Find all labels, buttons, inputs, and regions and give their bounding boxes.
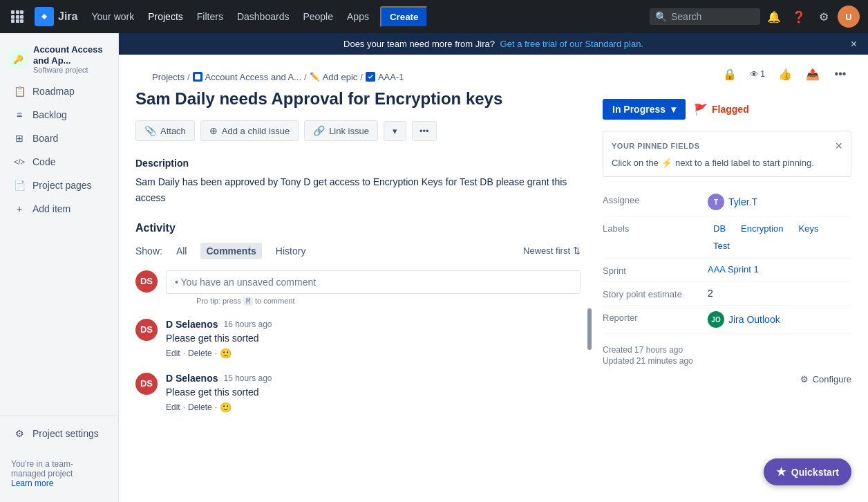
tab-comments[interactable]: Comments: [200, 243, 261, 259]
assignee-name[interactable]: Tyler.T: [728, 196, 757, 207]
sidebar-item-board[interactable]: ⊞ Board: [0, 127, 118, 150]
breadcrumb-project-name[interactable]: Account Access and A...: [205, 72, 301, 82]
sidebar-item-project-settings[interactable]: ⚙ Project settings: [0, 422, 118, 445]
expand-button[interactable]: ▾: [384, 121, 406, 141]
settings-nav-icon: ⚙: [13, 427, 26, 440]
thumbs-up-icon[interactable]: 👍: [774, 63, 796, 85]
create-button[interactable]: Create: [380, 6, 428, 28]
settings-label: Project settings: [32, 428, 99, 439]
learn-more-link[interactable]: Learn more: [11, 478, 53, 488]
breadcrumb-projects[interactable]: Projects: [152, 72, 185, 82]
m-key: M: [243, 297, 253, 306]
edit-comment-1[interactable]: Edit: [166, 348, 180, 358]
label-keys[interactable]: Keys: [793, 222, 824, 235]
nav-dashboards[interactable]: Dashboards: [232, 8, 295, 25]
sidebar-item-add-item[interactable]: + Add item: [0, 197, 118, 221]
roadmap-icon: 📋: [13, 85, 26, 97]
scrollbar-track[interactable]: [587, 151, 592, 413]
story-point-value[interactable]: 2: [708, 288, 713, 299]
activity-section: Activity Show: All Comments History Newe…: [135, 222, 581, 413]
main-content: Does your team need more from Jira? Get …: [119, 33, 868, 502]
breadcrumb: Projects / Account Access and A... / ✏️ …: [135, 64, 421, 85]
ellipsis-icon: •••: [419, 126, 429, 136]
lock-icon[interactable]: 🔒: [719, 63, 741, 85]
assignee-row: Assignee T Tyler.T: [603, 188, 851, 216]
add-icon: +: [13, 203, 26, 215]
label-encryption[interactable]: Encryption: [735, 222, 789, 235]
attach-button[interactable]: 📎 Attach: [135, 120, 195, 141]
sort-button[interactable]: Newest first ⇅: [523, 245, 581, 256]
delete-comment-1[interactable]: Delete: [188, 348, 212, 358]
watch-icon[interactable]: 👁 1: [746, 63, 768, 85]
nav-people[interactable]: People: [297, 8, 339, 25]
breadcrumb-epic[interactable]: Add epic: [323, 72, 358, 82]
flagged-button[interactable]: 🚩 Flagged: [694, 103, 749, 116]
assignee-label: Assignee: [603, 194, 699, 205]
quickstart-button[interactable]: ★ Quickstart: [764, 458, 851, 485]
sidebar-item-roadmap[interactable]: 📋 Roadmap: [0, 80, 118, 103]
board-label: Board: [32, 133, 58, 144]
status-chevron-icon: ▾: [671, 104, 676, 115]
help-icon[interactable]: ❓: [788, 6, 810, 28]
settings-icon[interactable]: ⚙: [813, 6, 835, 28]
share-icon[interactable]: 📤: [802, 63, 824, 85]
svg-rect-5: [20, 15, 23, 19]
emoji-reaction-2[interactable]: 🙂: [220, 402, 232, 413]
issue-layout: Sam Daily needs Approval for Encryption …: [119, 88, 868, 443]
nav-your-work[interactable]: Your work: [86, 8, 140, 25]
label-db[interactable]: DB: [708, 222, 731, 235]
delete-comment-2[interactable]: Delete: [188, 402, 212, 412]
svg-rect-7: [16, 19, 19, 23]
sprint-value[interactable]: AAA Sprint 1: [708, 264, 759, 275]
pinned-close-icon[interactable]: ×: [835, 140, 842, 152]
gear-configure-icon: ⚙: [800, 374, 809, 384]
label-test[interactable]: Test: [708, 239, 735, 252]
status-button[interactable]: In Progress ▾: [603, 99, 686, 120]
top-navigation: Jira Your work Projects Filters Dashboar…: [0, 0, 868, 33]
notifications-icon[interactable]: 🔔: [763, 6, 785, 28]
comment-author-2: D Selaenos: [166, 373, 218, 384]
sidebar-item-project-pages[interactable]: 📄 Project pages: [0, 174, 118, 197]
svg-rect-4: [16, 15, 19, 19]
more-button[interactable]: •••: [412, 121, 437, 141]
tab-all[interactable]: All: [171, 243, 193, 259]
add-child-issue-button[interactable]: ⊕ Add a child issue: [200, 120, 299, 141]
story-point-row: Story point estimate 2: [603, 282, 851, 306]
ticket-icon: [366, 72, 375, 82]
svg-rect-3: [11, 15, 15, 19]
svg-rect-2: [20, 10, 23, 14]
board-icon: ⊞: [13, 132, 26, 145]
edit-comment-2[interactable]: Edit: [166, 402, 180, 412]
created-time: Created 17 hours ago: [603, 345, 851, 355]
nav-projects[interactable]: Projects: [142, 8, 189, 25]
emoji-reaction-1[interactable]: 🙂: [220, 348, 232, 359]
apps-grid-icon[interactable]: [8, 8, 26, 26]
configure-button[interactable]: ⚙ Configure: [800, 374, 851, 384]
comment-item-2: DS D Selaenos 15 hours ago Please get th…: [135, 373, 581, 413]
issue-main: Sam Daily needs Approval for Encryption …: [135, 88, 603, 427]
banner-close-icon[interactable]: ×: [851, 38, 857, 50]
sidebar-item-code[interactable]: </> Code: [0, 150, 118, 174]
nav-apps[interactable]: Apps: [341, 8, 375, 25]
expand-icon: ▾: [393, 126, 397, 136]
roadmap-label: Roadmap: [32, 86, 75, 97]
project-name: Account Access and Ap...: [33, 44, 110, 66]
tab-history[interactable]: History: [270, 243, 312, 259]
timestamps: Created 17 hours ago Updated 21 minutes …: [603, 345, 851, 366]
breadcrumb-ticket-id[interactable]: AAA-1: [378, 72, 404, 82]
more-options-icon[interactable]: •••: [829, 63, 851, 85]
sidebar-item-backlog[interactable]: ≡ Backlog: [0, 103, 118, 127]
reporter-name[interactable]: Jira Outlook: [728, 314, 780, 325]
nav-filters[interactable]: Filters: [191, 8, 229, 25]
search-box[interactable]: 🔍 Search: [650, 8, 760, 25]
jira-logo[interactable]: Jira: [35, 7, 77, 26]
sidebar-settings-nav: ⚙ Project settings: [0, 422, 118, 451]
comment-input[interactable]: • You have an unsaved comment: [166, 270, 581, 294]
reporter-label: Reporter: [603, 311, 699, 323]
user-avatar[interactable]: U: [838, 6, 860, 28]
banner-link[interactable]: Get a free trial of our Standard plan.: [500, 39, 643, 49]
link-issue-button[interactable]: 🔗 Link issue: [304, 120, 378, 141]
labels-row: Labels DB Encryption Keys Test: [603, 216, 851, 259]
link-icon: 🔗: [313, 125, 325, 136]
project-header[interactable]: 🔑 Account Access and Ap... Software proj…: [0, 33, 118, 80]
